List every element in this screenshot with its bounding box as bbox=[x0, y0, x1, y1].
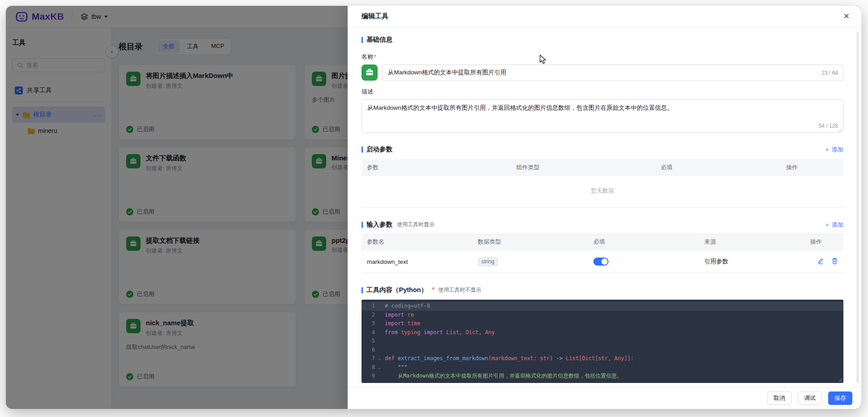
section-basic-info: 基础信息 bbox=[362, 35, 843, 44]
section-title: 输入参数 bbox=[366, 220, 392, 229]
add-input-param-button[interactable]: ＋添加 bbox=[824, 221, 843, 229]
col-header: 必填 bbox=[655, 159, 781, 176]
col-header: 必填 bbox=[588, 233, 699, 250]
table-row: markdown_text string 引用参数 bbox=[362, 250, 843, 273]
startup-params-table: 参数 组件类型 必填 操作 暂无数据 bbox=[362, 159, 843, 208]
screen: MaxKB tbw 工具 bbox=[0, 0, 868, 417]
cancel-button[interactable]: 取消 bbox=[767, 391, 791, 405]
section-title: 工具内容（Python） bbox=[366, 286, 427, 294]
col-header: 来源 bbox=[699, 233, 805, 250]
code-line: 8⌄ """ bbox=[362, 363, 843, 372]
delete-icon[interactable] bbox=[831, 258, 838, 264]
required-asterisk: * bbox=[374, 53, 376, 60]
code-line: 1# coding=utf-8 bbox=[362, 302, 843, 311]
resize-handle-icon[interactable] bbox=[838, 128, 842, 132]
section-accent-bar bbox=[362, 222, 363, 228]
code-line: 3import time bbox=[362, 319, 843, 328]
col-header: 参数 bbox=[362, 159, 511, 176]
section-input-params: 输入参数 使用工具时显示 bbox=[362, 220, 434, 229]
section-accent-bar bbox=[362, 287, 363, 293]
input-params-table: 参数名 数据类型 必填 来源 操作 markdown_text string 引… bbox=[362, 233, 843, 273]
required-toggle[interactable] bbox=[593, 258, 608, 266]
param-source-cell: 引用参数 bbox=[699, 250, 805, 273]
drawer-body: 基础信息 名称* 23 / 64 描述 从Markdown格式的文本 bbox=[348, 27, 861, 387]
name-char-counter: 23 / 64 bbox=[821, 70, 838, 76]
edit-icon[interactable] bbox=[817, 258, 824, 264]
data-type-badge: string bbox=[478, 257, 498, 266]
resize-handle-icon[interactable] bbox=[838, 378, 842, 382]
tool-icon bbox=[362, 64, 378, 81]
drawer-header: 编辑工具 ✕ bbox=[348, 6, 861, 27]
col-header: 操作 bbox=[805, 233, 843, 250]
empty-table-message: 暂无数据 bbox=[362, 176, 843, 208]
code-line: 5 bbox=[362, 337, 843, 346]
section-title: 启动参数 bbox=[366, 145, 392, 154]
debug-button[interactable]: 调试 bbox=[798, 391, 822, 405]
plus-icon: ＋ bbox=[824, 221, 830, 229]
code-line: 2import re bbox=[362, 311, 843, 320]
code-line: 4from typing import List, Dict, Any bbox=[362, 328, 843, 337]
drawer-title: 编辑工具 bbox=[362, 12, 388, 21]
edit-tool-drawer: 编辑工具 ✕ 基础信息 名称* bbox=[348, 6, 861, 409]
section-accent-bar bbox=[362, 37, 363, 43]
plus-icon: ＋ bbox=[824, 146, 830, 154]
tool-description-textarea[interactable]: 从Markdown格式的文本中提取所有图片引用，并返回格式化的图片信息数组，包含… bbox=[362, 99, 843, 133]
col-header: 数据类型 bbox=[472, 233, 588, 250]
param-name-cell: markdown_text bbox=[362, 250, 472, 273]
code-line: 7⌄def extract_images_from_markdown(markd… bbox=[362, 354, 843, 363]
tool-name-input[interactable] bbox=[382, 64, 843, 81]
drawer-footer: 取消 调试 保存 bbox=[348, 387, 861, 409]
section-accent-bar bbox=[362, 146, 363, 153]
col-header: 组件类型 bbox=[511, 159, 655, 176]
app-window: MaxKB tbw 工具 bbox=[6, 6, 861, 409]
scrollbar[interactable] bbox=[856, 32, 859, 383]
section-startup-params: 启动参数 bbox=[362, 145, 392, 154]
close-icon[interactable]: ✕ bbox=[843, 13, 850, 20]
add-startup-param-button[interactable]: ＋添加 bbox=[824, 146, 843, 154]
col-header: 操作 bbox=[781, 159, 843, 176]
name-label: 名称* bbox=[362, 53, 843, 61]
python-code-editor[interactable]: 1# coding=utf-82import re3import time4fr… bbox=[362, 300, 843, 383]
col-header: 参数名 bbox=[362, 233, 472, 250]
code-line: 6 bbox=[362, 346, 843, 355]
save-button[interactable]: 保存 bbox=[828, 391, 852, 405]
section-note: 使用工具时不显示 bbox=[438, 286, 481, 294]
code-line: 9 从Markdown格式的文本中提取所有图片引用，并返回格式化的图片信息数组，… bbox=[362, 372, 843, 381]
section-tool-content: 工具内容（Python）* 使用工具时不显示 bbox=[362, 286, 843, 294]
description-label: 描述 bbox=[362, 88, 843, 96]
required-asterisk: * bbox=[432, 286, 434, 294]
description-char-counter: 54 / 128 bbox=[819, 123, 838, 129]
section-title: 基础信息 bbox=[366, 35, 392, 44]
section-note: 使用工具时显示 bbox=[397, 221, 434, 228]
